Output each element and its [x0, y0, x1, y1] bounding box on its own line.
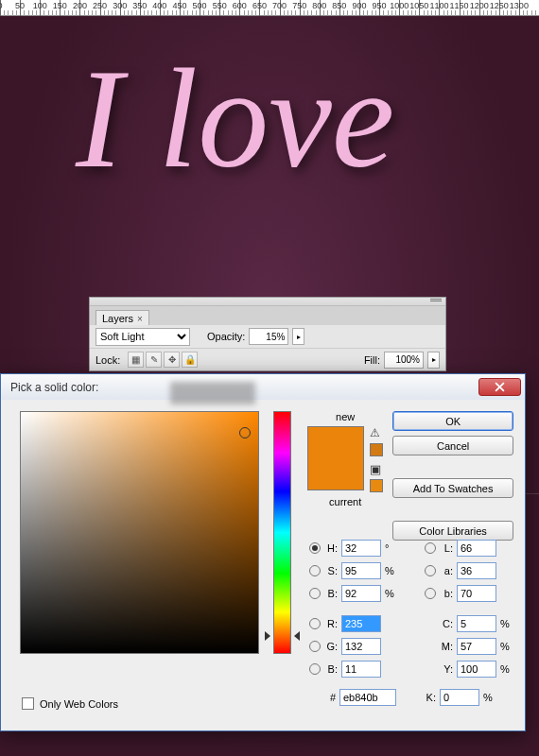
hue-indicator-right-icon: [294, 631, 300, 641]
input-k[interactable]: [440, 689, 479, 706]
ruler-label: 950: [373, 1, 387, 10]
ruler-label: 750: [292, 1, 306, 10]
input-l[interactable]: [457, 540, 496, 557]
new-color-swatch[interactable]: [308, 427, 363, 458]
new-color-label: new: [336, 411, 355, 422]
opacity-flyout-button[interactable]: ▸: [292, 328, 304, 345]
radio-a[interactable]: [425, 565, 436, 576]
input-m[interactable]: [457, 638, 496, 655]
ruler-label: 1000: [390, 1, 409, 10]
ruler-label: 800: [312, 1, 326, 10]
label-hex: #: [322, 692, 336, 703]
lock-all-icon[interactable]: 🔒: [182, 352, 198, 368]
lock-brush-icon[interactable]: ✎: [146, 352, 162, 368]
fill-label: Fill:: [364, 354, 380, 366]
ruler-label: 250: [93, 1, 107, 10]
close-icon: [495, 382, 505, 392]
input-a[interactable]: [457, 562, 496, 579]
ruler-label: 1150: [450, 1, 469, 10]
label-s: S:: [322, 565, 338, 576]
input-bv[interactable]: [341, 585, 381, 602]
radio-s[interactable]: [309, 565, 321, 576]
input-c[interactable]: [457, 615, 496, 632]
blend-mode-select[interactable]: Soft Light: [96, 328, 190, 346]
ruler-label: 650: [252, 1, 267, 10]
ruler-label: 550: [213, 1, 227, 10]
label-y: Y:: [438, 663, 453, 675]
lock-position-icon[interactable]: ✥: [164, 352, 180, 368]
ruler-label: 1100: [429, 1, 448, 10]
radio-h[interactable]: [309, 542, 321, 554]
close-button[interactable]: [478, 378, 521, 396]
tab-label: Layers: [102, 313, 133, 324]
lock-transparency-icon[interactable]: ▦: [128, 352, 144, 368]
ruler-label: 150: [53, 1, 67, 10]
input-h[interactable]: [341, 540, 381, 557]
fill-value[interactable]: 100%: [384, 352, 424, 369]
panel-drag-bar[interactable]: [90, 298, 445, 306]
dialog-title: Pick a solid color:: [10, 381, 98, 394]
artwork-text: I love: [76, 44, 394, 194]
ruler-label: 300: [113, 1, 127, 10]
label-l: L:: [438, 542, 453, 554]
cancel-button[interactable]: Cancel: [392, 436, 513, 455]
dialog-titlebar[interactable]: Pick a solid color:: [1, 374, 525, 400]
radio-b[interactable]: [425, 588, 436, 599]
input-s[interactable]: [341, 562, 381, 579]
input-bb[interactable]: [341, 661, 381, 678]
input-hex[interactable]: [339, 689, 396, 706]
label-b: b:: [438, 588, 453, 599]
ruler-label: 0: [0, 1, 3, 10]
layers-panel: Layers × Soft Light Opacity: 15% ▸ Lock:…: [89, 297, 446, 371]
input-b[interactable]: [457, 585, 496, 602]
obscured-layer-thumbnail: [170, 382, 255, 404]
only-web-colors-label: Only Web Colors: [40, 698, 118, 710]
unit-bv: %: [385, 588, 400, 599]
only-web-colors-checkbox[interactable]: [22, 697, 34, 710]
radio-l[interactable]: [425, 542, 436, 554]
horizontal-ruler: 0501001502002503003504004505005506006507…: [0, 0, 539, 16]
radio-bb[interactable]: [309, 663, 321, 675]
tab-layers[interactable]: Layers ×: [96, 310, 149, 325]
websafe-warning-icon[interactable]: ▣: [370, 462, 383, 473]
current-color-label: current: [329, 496, 361, 507]
ruler-label: 900: [352, 1, 366, 10]
lock-icons: ▦ ✎ ✥ 🔒: [128, 352, 198, 368]
unit-s: %: [385, 565, 400, 576]
label-m: M:: [438, 641, 453, 652]
only-web-colors-option[interactable]: Only Web Colors: [22, 697, 118, 710]
hue-slider[interactable]: [273, 411, 291, 654]
current-color-swatch[interactable]: [308, 458, 363, 490]
label-bb: B:: [322, 663, 338, 675]
label-c: C:: [438, 618, 453, 629]
label-a: a:: [438, 565, 453, 576]
hue-indicator-left-icon: [265, 631, 270, 641]
ruler-label: 1300: [510, 1, 529, 10]
label-h: H:: [322, 542, 338, 554]
input-r[interactable]: [341, 615, 381, 632]
fill-flyout-button[interactable]: ▸: [427, 352, 440, 369]
color-picker-dialog: Pick a solid color: new ⚠: [0, 373, 526, 731]
layers-options-row: Soft Light Opacity: 15% ▸: [90, 325, 445, 348]
websafe-swatch[interactable]: [370, 479, 383, 492]
opacity-value[interactable]: 15%: [249, 328, 288, 345]
ruler-label: 600: [233, 1, 247, 10]
radio-r[interactable]: [309, 618, 321, 629]
radio-bv[interactable]: [309, 588, 321, 599]
panel-menu-icon[interactable]: [430, 299, 442, 301]
input-y[interactable]: [457, 661, 496, 678]
add-to-swatches-button[interactable]: Add To Swatches: [392, 478, 513, 498]
input-g[interactable]: [341, 638, 381, 655]
ruler-label: 700: [272, 1, 287, 10]
color-field[interactable]: [20, 411, 259, 654]
radio-g[interactable]: [309, 641, 321, 652]
color-field-cursor: [239, 427, 251, 438]
close-icon[interactable]: ×: [137, 314, 143, 324]
gamut-swatch[interactable]: [370, 443, 383, 456]
gamut-warning-icon[interactable]: ⚠: [370, 426, 383, 438]
ruler-label: 350: [132, 1, 147, 10]
color-values-grid: H: ° L: S: % a: B: % b: R: [309, 537, 515, 709]
ruler-label: 1200: [470, 1, 489, 10]
ruler-label: 200: [73, 1, 87, 10]
ok-button[interactable]: OK: [392, 411, 513, 431]
